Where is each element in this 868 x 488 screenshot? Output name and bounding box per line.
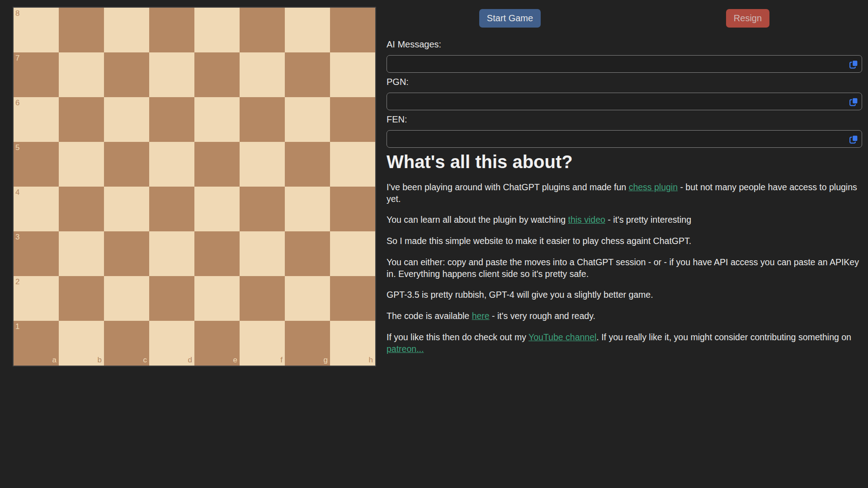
board-square-c2[interactable] — [104, 276, 149, 321]
chess-board[interactable]: 87654321abcdefgh — [13, 7, 376, 366]
ai-messages-input-wrap — [387, 55, 862, 73]
about-paragraph: You can either: copy and paste the moves… — [387, 257, 862, 280]
board-square-b6[interactable] — [59, 97, 104, 142]
board-square-b4[interactable] — [59, 187, 104, 231]
board-square-c6[interactable] — [104, 97, 149, 142]
text-link[interactable]: YouTube channel — [528, 332, 596, 342]
board-square-e4[interactable] — [194, 187, 240, 231]
board-square-a2[interactable]: 2 — [14, 276, 59, 321]
board-square-e7[interactable] — [194, 52, 240, 97]
rank-label-1: 1 — [15, 323, 19, 330]
board-square-e1[interactable]: e — [194, 321, 240, 366]
board-square-a4[interactable]: 4 — [14, 187, 59, 231]
board-square-e5[interactable] — [194, 142, 240, 187]
copy-ai-messages-button[interactable] — [848, 58, 859, 70]
about-paragraph: You can learn all about the plugin by wa… — [387, 214, 862, 226]
board-square-h1[interactable]: h — [330, 321, 375, 366]
file-label-a: a — [52, 356, 57, 364]
board-square-d1[interactable]: d — [149, 321, 194, 366]
board-square-d7[interactable] — [149, 52, 194, 97]
file-label-b: b — [98, 356, 102, 364]
board-square-b8[interactable] — [59, 8, 104, 52]
resign-button[interactable]: Resign — [726, 9, 769, 28]
paragraph-text: If you like this then do check out my — [387, 332, 528, 342]
board-square-f3[interactable] — [240, 231, 285, 276]
copy-fen-button[interactable] — [848, 133, 859, 145]
board-square-a1[interactable]: 1a — [14, 321, 59, 366]
text-link[interactable]: patreon... — [387, 344, 424, 354]
board-square-g8[interactable] — [285, 8, 330, 52]
text-link[interactable]: here — [472, 311, 490, 321]
board-square-d3[interactable] — [149, 231, 194, 276]
board-square-g5[interactable] — [285, 142, 330, 187]
board-square-h5[interactable] — [330, 142, 375, 187]
board-square-a3[interactable]: 3 — [14, 231, 59, 276]
pgn-input-wrap — [387, 93, 862, 110]
board-square-c5[interactable] — [104, 142, 149, 187]
board-square-b7[interactable] — [59, 52, 104, 97]
board-square-d5[interactable] — [149, 142, 194, 187]
board-square-g3[interactable] — [285, 231, 330, 276]
board-square-g6[interactable] — [285, 97, 330, 142]
ai-messages-input[interactable] — [387, 55, 862, 73]
board-square-a6[interactable]: 6 — [14, 97, 59, 142]
board-square-e2[interactable] — [194, 276, 240, 321]
board-square-d8[interactable] — [149, 8, 194, 52]
paragraph-text: The code is available — [387, 311, 472, 321]
copy-pgn-button[interactable] — [848, 96, 859, 107]
fen-label: FEN: — [387, 114, 862, 125]
board-square-f6[interactable] — [240, 97, 285, 142]
board-square-b1[interactable]: b — [59, 321, 104, 366]
file-label-g: g — [324, 356, 328, 364]
board-square-f2[interactable] — [240, 276, 285, 321]
board-square-f1[interactable]: f — [240, 321, 285, 366]
paragraph-text: - it's very rough and ready. — [490, 311, 595, 321]
board-square-g2[interactable] — [285, 276, 330, 321]
board-square-a8[interactable]: 8 — [14, 8, 59, 52]
board-square-b5[interactable] — [59, 142, 104, 187]
board-square-a5[interactable]: 5 — [14, 142, 59, 187]
board-square-b3[interactable] — [59, 231, 104, 276]
about-heading: What's all this about? — [387, 152, 862, 172]
board-square-e6[interactable] — [194, 97, 240, 142]
rank-label-5: 5 — [15, 144, 19, 151]
board-square-h6[interactable] — [330, 97, 375, 142]
board-square-e8[interactable] — [194, 8, 240, 52]
fen-input[interactable] — [387, 130, 862, 148]
rank-label-7: 7 — [15, 54, 19, 62]
copy-icon — [849, 134, 859, 144]
board-square-h8[interactable] — [330, 8, 375, 52]
board-square-d6[interactable] — [149, 97, 194, 142]
board-square-d2[interactable] — [149, 276, 194, 321]
board-square-h2[interactable] — [330, 276, 375, 321]
board-square-g4[interactable] — [285, 187, 330, 231]
board-square-f7[interactable] — [240, 52, 285, 97]
board-square-e3[interactable] — [194, 231, 240, 276]
board-square-b2[interactable] — [59, 276, 104, 321]
paragraph-text: GPT-3.5 is pretty rubbish, GPT-4 will gi… — [387, 290, 653, 300]
start-game-button[interactable]: Start Game — [479, 9, 541, 28]
board-square-c8[interactable] — [104, 8, 149, 52]
board-square-f8[interactable] — [240, 8, 285, 52]
board-square-h7[interactable] — [330, 52, 375, 97]
paragraph-text: You can learn all about the plugin by wa… — [387, 215, 568, 225]
board-square-a7[interactable]: 7 — [14, 52, 59, 97]
game-controls: Start Game Resign — [387, 9, 862, 28]
about-paragraph: GPT-3.5 is pretty rubbish, GPT-4 will gi… — [387, 289, 862, 301]
board-square-h4[interactable] — [330, 187, 375, 231]
board-square-g1[interactable]: g — [285, 321, 330, 366]
board-square-c4[interactable] — [104, 187, 149, 231]
board-square-c1[interactable]: c — [104, 321, 149, 366]
text-link[interactable]: chess plugin — [629, 182, 678, 192]
board-square-g7[interactable] — [285, 52, 330, 97]
board-square-h3[interactable] — [330, 231, 375, 276]
ai-messages-field: AI Messages: — [387, 39, 862, 73]
board-square-f4[interactable] — [240, 187, 285, 231]
board-square-f5[interactable] — [240, 142, 285, 187]
board-square-d4[interactable] — [149, 187, 194, 231]
text-link[interactable]: this video — [568, 215, 605, 225]
pgn-input[interactable] — [387, 93, 862, 110]
board-square-c3[interactable] — [104, 231, 149, 276]
board-square-c7[interactable] — [104, 52, 149, 97]
copy-icon — [849, 97, 859, 106]
